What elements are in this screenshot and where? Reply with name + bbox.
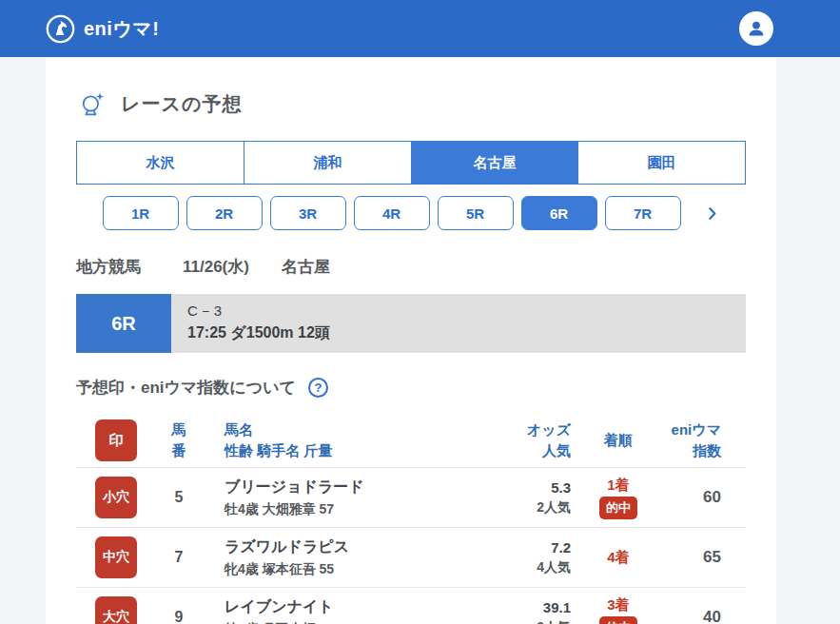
horse-number: 5: [175, 489, 184, 505]
race-details-label: 17:25 ダ1500m 12頭: [187, 323, 746, 343]
popularity-value: 9人気: [428, 619, 571, 624]
app-logo-text: eniウマ!: [84, 16, 160, 42]
about-label: 予想印・eniウマ指数について: [76, 377, 296, 399]
section-title-row: レースの予想: [78, 89, 746, 118]
venue-tab-urawa[interactable]: 浦和: [244, 142, 411, 184]
race-venue-label: 名古屋: [282, 256, 330, 278]
table-header-row: 印 馬 番 馬名 性齢 騎手名 斤量 オッズ 人気 着順 eniウマ 指数: [76, 414, 746, 468]
row-number-cell: 7: [156, 549, 202, 566]
row-name-cell: レイブンナイト 牡3歳 丹羽克輝 57: [202, 597, 428, 624]
header-mark-cell: 印: [76, 419, 156, 461]
row-result-cell: 1着 的中: [571, 477, 666, 519]
prediction-table: 印 馬 番 馬名 性齢 騎手名 斤量 オッズ 人気 着順 eniウマ 指数 小: [76, 414, 746, 624]
race-prediction-card: レースの予想 水沢 浦和 名古屋 園田 1R 2R 3R 4R 5R 6R 7R…: [46, 57, 776, 624]
user-icon: [745, 17, 768, 40]
help-icon[interactable]: ?: [308, 378, 328, 398]
header-result-cell: 着順: [571, 430, 666, 451]
race-banner[interactable]: 6R C－3 17:25 ダ1500m 12頭: [76, 294, 746, 353]
finish-position: 4着: [571, 549, 666, 567]
race-tab-4r[interactable]: 4R: [354, 196, 430, 230]
row-mark-cell: 中穴: [76, 536, 156, 578]
header-number-line2: 番: [156, 440, 202, 461]
header-number-line1: 馬: [156, 419, 202, 440]
horse-name: ブリージョドラード: [225, 478, 428, 497]
race-tab-5r[interactable]: 5R: [438, 196, 514, 230]
mark-column-badge: 印: [95, 419, 137, 461]
race-number-badge: 6R: [76, 294, 171, 353]
hit-badge: 的中: [599, 616, 637, 624]
odds-value: 39.1: [428, 599, 571, 615]
row-index-cell: 60: [666, 488, 746, 507]
eniuma-index-value: 65: [703, 548, 721, 566]
row-result-cell: 4着: [571, 549, 666, 567]
venue-tab-mizusawa[interactable]: 水沢: [77, 142, 244, 184]
row-mark-cell: 大穴: [76, 596, 156, 624]
horse-number: 7: [175, 549, 184, 565]
popularity-value: 4人気: [428, 559, 571, 576]
header-number-cell: 馬 番: [156, 419, 202, 461]
race-tab-3r[interactable]: 3R: [270, 196, 346, 230]
about-line: 予想印・eniウマ指数について ?: [76, 377, 746, 399]
race-number-tab-bar: 1R 2R 3R 4R 5R 6R 7R: [76, 196, 746, 230]
row-number-cell: 5: [156, 489, 202, 506]
horse-detail: 牡4歳 大畑雅章 57: [225, 501, 428, 518]
header-name-line2: 性齢 騎手名 斤量: [225, 440, 428, 461]
mark-badge: 中穴: [95, 536, 137, 578]
header-name-cell: 馬名 性齢 騎手名 斤量: [202, 419, 428, 461]
page-title: レースの予想: [121, 91, 242, 117]
venue-tab-sonoda[interactable]: 園田: [577, 142, 745, 184]
row-name-cell: ラズワルドラピス 牝4歳 塚本征吾 55: [202, 537, 428, 578]
row-odds-cell: 5.3 2人気: [428, 479, 571, 517]
horse-number: 9: [175, 609, 184, 624]
row-index-cell: 65: [666, 548, 746, 567]
eniuma-index-value: 60: [703, 488, 721, 506]
horse-detail: 牝4歳 塚本征吾 55: [225, 561, 428, 578]
finish-position: 1着: [571, 477, 666, 495]
race-category-label: 地方競馬: [76, 256, 141, 278]
popularity-value: 2人気: [428, 499, 571, 517]
header-index-line1: eniウマ: [666, 419, 721, 440]
header-index-cell: eniウマ 指数: [666, 419, 746, 461]
header-odds-cell: オッズ 人気: [428, 419, 571, 461]
eniuma-index-value: 40: [703, 608, 721, 624]
race-date-label: 11/26(水): [183, 256, 249, 278]
race-tab-1r[interactable]: 1R: [103, 196, 179, 230]
race-tabs-next-button[interactable]: [704, 205, 720, 222]
chevron-right-icon: [704, 205, 720, 222]
row-name-cell: ブリージョドラード 牡4歳 大畑雅章 57: [202, 478, 428, 518]
hit-badge: 的中: [599, 497, 637, 519]
horse-in-circle-icon: [46, 14, 75, 44]
header-name-line1: 馬名: [225, 419, 428, 440]
header-odds-line2: 人気: [428, 440, 571, 461]
race-tab-6r[interactable]: 6R: [521, 196, 597, 230]
top-navigation-bar: eniウマ!: [0, 0, 840, 57]
row-number-cell: 9: [156, 609, 202, 624]
odds-value: 7.2: [428, 539, 571, 556]
table-row[interactable]: 中穴 7 ラズワルドラピス 牝4歳 塚本征吾 55 7.2 4人気 4着 65: [76, 528, 746, 588]
header-index-line2: 指数: [666, 440, 721, 461]
race-meta-line: 地方競馬 11/26(水) 名古屋: [76, 256, 746, 278]
header-odds-line1: オッズ: [428, 419, 571, 440]
race-banner-body: C－3 17:25 ダ1500m 12頭: [171, 294, 746, 353]
row-mark-cell: 小穴: [76, 477, 156, 518]
mark-badge: 小穴: [95, 477, 137, 518]
row-result-cell: 3着 的中: [571, 596, 666, 624]
app-logo[interactable]: eniウマ!: [46, 14, 160, 44]
row-odds-cell: 39.1 9人気: [428, 599, 571, 624]
user-avatar-button[interactable]: [739, 11, 773, 46]
row-odds-cell: 7.2 4人気: [428, 539, 571, 576]
mark-badge: 大穴: [95, 596, 137, 624]
race-class-label: C－3: [187, 302, 746, 321]
horse-detail: 牡3歳 丹羽克輝 57: [225, 621, 428, 624]
horse-name: レイブンナイト: [225, 597, 428, 617]
table-row[interactable]: 小穴 5 ブリージョドラード 牡4歳 大畑雅章 57 5.3 2人気 1着 的中…: [76, 468, 746, 528]
horse-name: ラズワルドラピス: [225, 537, 428, 557]
venue-tab-nagoya[interactable]: 名古屋: [411, 142, 578, 184]
finish-position: 3着: [571, 596, 666, 614]
crystal-ball-icon: [78, 89, 107, 118]
table-row[interactable]: 大穴 9 レイブンナイト 牡3歳 丹羽克輝 57 39.1 9人気 3着 的中 …: [76, 588, 746, 624]
odds-value: 5.3: [428, 479, 571, 496]
row-index-cell: 40: [666, 608, 746, 624]
race-tab-2r[interactable]: 2R: [186, 196, 263, 230]
race-tab-7r[interactable]: 7R: [605, 196, 681, 230]
